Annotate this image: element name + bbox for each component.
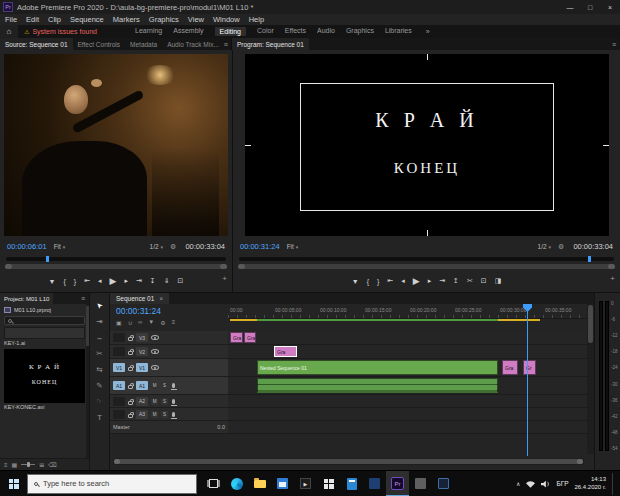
track-content-v3[interactable]: Gra Gra (228, 331, 587, 345)
eye-icon[interactable] (151, 365, 159, 370)
tab-project[interactable]: Project: M01 L10 (0, 293, 53, 304)
close-tab-icon[interactable]: × (159, 295, 163, 302)
go-to-in-button[interactable]: ⇤ (84, 277, 90, 285)
solo-button[interactable]: S (161, 398, 168, 405)
mark-in-button[interactable]: { (367, 278, 369, 285)
source-position-timecode[interactable]: 00:00:06:01 (7, 242, 47, 251)
maximize-button[interactable]: □ (580, 0, 600, 14)
track-content-a3[interactable] (228, 408, 587, 421)
menu-edit[interactable]: Edit (26, 15, 39, 24)
overwrite-button[interactable]: ⇓ (164, 277, 170, 285)
project-item-thumbnail[interactable]: К Р А Й КОНЕЦ (4, 349, 85, 403)
program-position-timecode[interactable]: 00:00:31:24 (240, 242, 280, 251)
track-header-v3[interactable]: V3 (110, 331, 228, 345)
workspace-tab-assembly[interactable]: Assembly (173, 27, 203, 36)
tab-sequence-01[interactable]: Sequence 01 × (110, 293, 169, 304)
track-target-v1[interactable]: V1 (136, 363, 148, 372)
go-to-in-button[interactable]: ⇤ (387, 277, 393, 285)
insert-button[interactable]: ↧ (150, 277, 156, 285)
project-scrollbar[interactable] (86, 304, 89, 458)
workspace-tab-effects[interactable]: Effects (285, 27, 306, 36)
mute-button[interactable]: M (151, 398, 158, 405)
workspace-tab-graphics[interactable]: Graphics (346, 27, 374, 36)
timeline-settings-icon[interactable]: ⚙ (160, 319, 165, 326)
source-zoom-select[interactable]: Fit ▾ (54, 243, 66, 250)
project-root-item[interactable]: M01 L10.prproj (0, 304, 89, 315)
extract-button[interactable]: ✂ (467, 277, 473, 285)
nest-toggle-icon[interactable]: ▣ (116, 319, 122, 326)
playhead-line[interactable] (527, 306, 528, 456)
menu-file[interactable]: File (5, 15, 17, 24)
office-app[interactable] (317, 471, 340, 496)
mark-out-button[interactable]: } (74, 278, 76, 285)
workspace-tab-color[interactable]: Color (257, 27, 274, 36)
solo-button[interactable]: S (161, 411, 168, 418)
solo-button[interactable]: S (161, 382, 168, 389)
track-content-a2[interactable] (228, 395, 587, 408)
project-item-label[interactable]: KEY-1.ai (0, 339, 89, 346)
selection-tool[interactable]: ➤ (94, 300, 105, 311)
type-tool[interactable]: T (97, 413, 102, 422)
nested-sequence-clip[interactable]: Nested Sequence 01 (257, 360, 498, 375)
source-patch-v3[interactable] (113, 333, 125, 342)
tray-expand-icon[interactable]: ∧ (516, 480, 520, 487)
lock-icon[interactable] (128, 414, 133, 418)
menu-graphics[interactable]: Graphics (149, 15, 179, 24)
source-video-frame[interactable] (4, 54, 228, 236)
menu-clip[interactable]: Clip (48, 15, 61, 24)
export-frame-button[interactable]: ⊡ (178, 277, 184, 285)
menu-sequence[interactable]: Sequence (70, 15, 104, 24)
source-patch-a2[interactable] (113, 397, 125, 406)
comparison-view-button[interactable]: ◨ (495, 277, 502, 285)
program-scrubber-playhead[interactable] (588, 256, 591, 262)
track-header-a2[interactable]: A2 M S (110, 395, 228, 408)
timeline-vertical-scrollbar[interactable] (587, 304, 594, 454)
add-marker-button[interactable]: ▼ (49, 278, 56, 285)
workspace-tab-learning[interactable]: Learning (135, 27, 162, 36)
eye-icon[interactable] (151, 349, 159, 354)
play-button[interactable]: ▶ (413, 276, 420, 286)
program-resolution-select[interactable]: 1/2 ▾ (538, 243, 552, 250)
source-settings-icon[interactable]: ⚙ (170, 243, 176, 251)
source-patch-a1[interactable]: A1 (113, 381, 125, 390)
menu-window[interactable]: Window (213, 15, 240, 24)
track-target-a2[interactable]: A2 (136, 397, 148, 406)
media-encoder-app[interactable] (432, 471, 455, 496)
language-indicator[interactable]: БГР (556, 480, 568, 487)
menu-help[interactable]: Help (249, 15, 264, 24)
program-zoom-select[interactable]: Fit ▾ (287, 243, 299, 250)
minimize-button[interactable]: — (560, 0, 580, 14)
button-editor-plus[interactable]: + (610, 274, 615, 283)
track-target-a3[interactable]: A3 (136, 410, 148, 419)
snap-icon[interactable]: ∪ (128, 319, 132, 326)
file-explorer-app[interactable] (248, 471, 271, 496)
task-view-button[interactable] (202, 471, 225, 496)
timeline-position-timecode[interactable]: 00:00:31:24 (116, 306, 161, 316)
volume-icon[interactable] (541, 480, 550, 488)
track-header-a1[interactable]: A1 A1 M S (110, 377, 228, 395)
mail-app[interactable] (363, 471, 386, 496)
lock-icon[interactable] (128, 367, 133, 371)
lock-icon[interactable] (128, 385, 133, 389)
panel-menu-icon[interactable]: ≡ (224, 41, 232, 48)
mute-button[interactable]: M (151, 382, 158, 389)
edge-app[interactable] (225, 471, 248, 496)
track-content-a1[interactable] (228, 377, 587, 395)
hand-tool[interactable]: ☞ (96, 397, 103, 406)
unknown-gray-app[interactable] (409, 471, 432, 496)
project-item-thumbnail[interactable] (4, 327, 85, 339)
network-icon[interactable] (526, 480, 535, 488)
calculator-app[interactable] (340, 471, 363, 496)
program-zoom-scrollbar[interactable] (238, 264, 615, 269)
step-forward-button[interactable]: ▸ (124, 277, 128, 285)
delete-item-icon[interactable]: ⌫ (48, 461, 56, 468)
graphic-clip[interactable]: Gra (230, 332, 243, 343)
menu-markers[interactable]: Markers (113, 15, 140, 24)
mic-icon[interactable] (172, 399, 175, 404)
timeline-ruler[interactable]: 00:00 00:00:05:00 00:00:10:00 00:00:15:0… (228, 304, 587, 319)
master-level-value[interactable]: 0.0 (217, 424, 225, 430)
track-header-v1[interactable]: V1 V1 (110, 359, 228, 377)
step-forward-button[interactable]: ▸ (428, 277, 432, 285)
go-to-out-button[interactable]: ⇥ (439, 277, 445, 285)
pen-tool[interactable]: ✎ (96, 381, 102, 390)
